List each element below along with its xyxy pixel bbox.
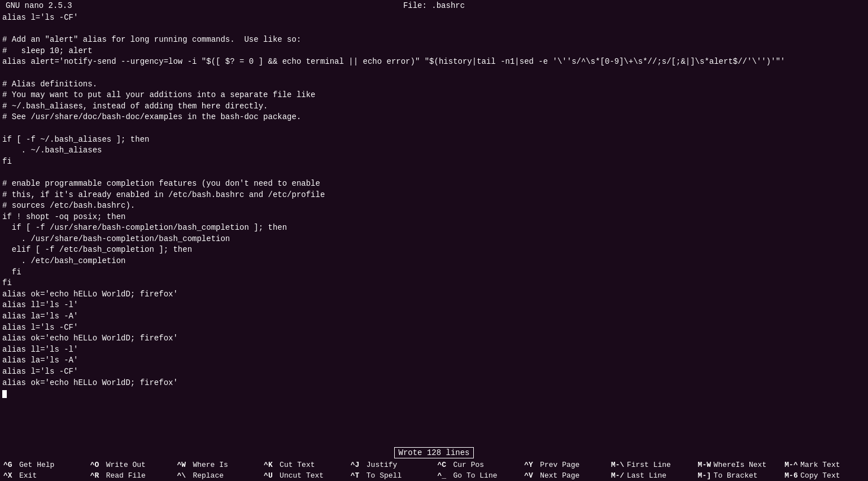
shortcut-item-7-1[interactable]: M-/Last Line [608,470,695,481]
shortcut-label-5-1: Go To Line [453,471,497,480]
shortcut-label-2-0: Where Is [193,461,228,469]
file-title: File: .bashrc [291,1,577,10]
shortcut-key-0-0: ^G [3,461,19,469]
shortcut-key-0-1: ^X [3,471,19,480]
shortcut-key-2-1: ^\ [177,471,193,480]
shortcut-label-1-1: Read File [106,471,146,480]
shortcut-item-2-1[interactable]: ^\Replace [173,470,260,481]
shortcut-item-7-0[interactable]: M-\First Line [608,460,695,470]
shortcut-key-4-0: ^J [351,461,367,469]
shortcut-col-5: ^CCur Pos^_Go To Line [434,460,521,481]
shortcut-item-6-1[interactable]: ^VNext Page [521,470,608,481]
shortcut-col-7: M-\First LineM-/Last Line [608,460,695,481]
shortcut-label-7-0: First Line [627,461,671,469]
shortcut-item-1-1[interactable]: ^RRead File [87,470,174,481]
shortcut-label-5-0: Cur Pos [453,461,484,469]
shortcut-label-7-1: Last Line [627,471,666,480]
shortcut-item-9-1[interactable]: M-6Copy Text [781,470,868,481]
shortcut-key-1-1: ^R [90,471,106,480]
shortcut-col-1: ^OWrite Out^RRead File [87,460,174,481]
shortcut-item-6-0[interactable]: ^YPrev Page [521,460,608,470]
shortcut-label-8-0: WhereIs Next [714,461,767,469]
shortcut-key-8-1: M-] [698,471,714,480]
shortcut-label-6-0: Prev Page [540,461,579,469]
shortcut-key-3-0: ^K [264,461,280,469]
shortcut-key-7-0: M-\ [611,461,627,469]
shortcut-item-8-1[interactable]: M-]To Bracket [695,470,782,481]
shortcut-item-0-0[interactable]: ^GGet Help [0,460,87,470]
shortcut-key-2-0: ^W [177,461,193,469]
shortcut-item-8-0[interactable]: M-WWhereIs Next [695,460,782,470]
shortcut-key-5-1: ^_ [437,471,453,480]
shortcut-key-7-1: M-/ [611,471,627,480]
shortcuts-container: ^GGet Help^XExit^OWrite Out^RRead File^W… [0,460,868,481]
shortcut-item-5-1[interactable]: ^_Go To Line [434,470,521,481]
shortcut-col-2: ^WWhere Is^\Replace [173,460,260,481]
shortcut-item-9-0[interactable]: M-^Mark Text [781,460,868,470]
shortcut-key-1-0: ^O [90,461,106,469]
shortcut-item-4-0[interactable]: ^JJustify [347,460,434,470]
shortcut-col-8: M-WWhereIs NextM-]To Bracket [695,460,782,481]
shortcut-item-4-1[interactable]: ^TTo Spell [347,470,434,481]
shortcut-item-1-0[interactable]: ^OWrite Out [87,460,174,470]
shortcut-label-9-1: Copy Text [800,471,840,480]
shortcut-col-3: ^KCut Text^UUncut Text [260,460,347,481]
shortcut-label-6-1: Next Page [540,471,579,480]
status-bar: Wrote 128 lines [0,446,868,460]
shortcut-item-3-1[interactable]: ^UUncut Text [260,470,347,481]
shortcut-col-9: M-^Mark TextM-6Copy Text [781,460,868,481]
editor-area[interactable]: alias l='ls -CF' # Add an "alert" alias … [0,11,868,446]
shortcut-key-6-1: ^V [524,471,540,480]
shortcut-key-6-0: ^Y [524,461,540,469]
shortcut-key-8-0: M-W [698,461,714,469]
shortcut-label-4-0: Justify [367,461,398,469]
shortcut-label-8-1: To Bracket [714,471,758,480]
shortcut-label-3-0: Cut Text [280,461,315,469]
shortcut-key-9-1: M-6 [784,471,800,480]
shortcut-item-2-0[interactable]: ^WWhere Is [173,460,260,470]
shortcut-label-4-1: To Spell [367,471,402,480]
status-message: Wrote 128 lines [394,447,473,458]
shortcut-col-0: ^GGet Help^XExit [0,460,87,481]
shortcut-col-6: ^YPrev Page^VNext Page [521,460,608,481]
title-bar: GNU nano 2.5.3 File: .bashrc [0,0,868,11]
app-title: GNU nano 2.5.3 [6,1,291,10]
shortcut-label-0-1: Exit [19,471,37,480]
shortcut-item-0-1[interactable]: ^XExit [0,470,87,481]
shortcut-key-3-1: ^U [264,471,280,480]
shortcut-key-5-0: ^C [437,461,453,469]
shortcut-col-4: ^JJustify^TTo Spell [347,460,434,481]
shortcut-item-3-0[interactable]: ^KCut Text [260,460,347,470]
shortcut-label-3-1: Uncut Text [280,471,324,480]
shortcut-label-0-0: Get Help [19,461,54,469]
shortcut-key-4-1: ^T [351,471,367,480]
shortcut-label-9-0: Mark Text [800,461,840,469]
shortcut-key-9-0: M-^ [784,461,800,469]
shortcut-item-5-0[interactable]: ^CCur Pos [434,460,521,470]
shortcut-label-2-1: Replace [193,471,224,480]
shortcut-label-1-0: Write Out [106,461,146,469]
